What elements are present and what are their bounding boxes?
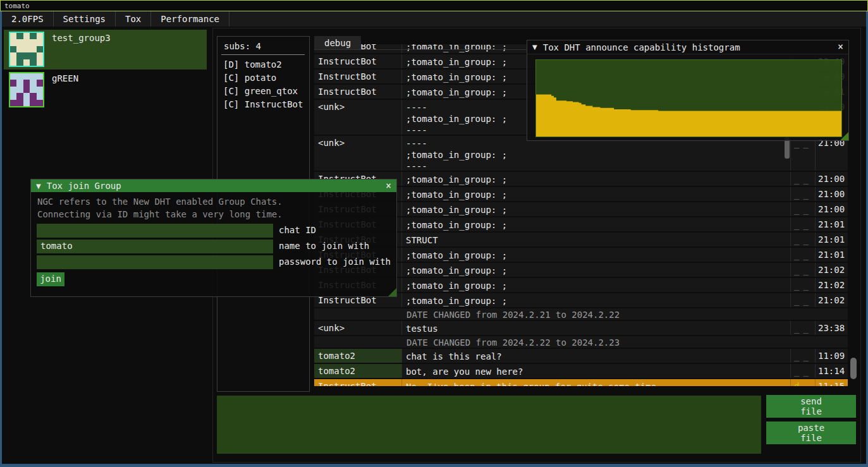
message-row[interactable]: <unk>----;tomato_in_group: ;----__21:00 — [314, 136, 848, 172]
send-file-button[interactable]: send file — [766, 395, 856, 418]
join-group-title: Tox join Group — [47, 181, 121, 191]
join-field-label: name to join with — [279, 241, 369, 251]
message-time: 21:00 — [816, 202, 847, 216]
message-row[interactable]: InstructBotNo, I've been in this group f… — [314, 379, 848, 386]
delivery-mark: _ — [794, 189, 799, 199]
avatar-pixel — [37, 46, 43, 52]
message-line: testus — [406, 323, 790, 334]
delivery-mark: _ — [803, 174, 808, 184]
histogram-area — [536, 60, 841, 136]
message-sender: InstructBot — [314, 54, 402, 68]
join-input-name-to-join-with[interactable]: tomato — [37, 240, 273, 253]
avatar-pixel — [16, 52, 23, 59]
close-icon[interactable]: × — [838, 42, 843, 52]
dht-histogram-titlebar[interactable]: ▼ Tox DHT announce capability histogram … — [527, 40, 848, 54]
message-input[interactable] — [217, 396, 761, 454]
tab-debug-label: debug — [324, 38, 351, 48]
delivery-mark: _ — [803, 189, 808, 199]
message-text: No, I've been in this group for quite so… — [402, 379, 791, 386]
delivery-mark: d — [794, 381, 799, 386]
message-text: testus — [402, 321, 791, 335]
avatar-pixel — [10, 46, 16, 52]
avatar-pixel — [16, 100, 23, 106]
message-line: ;tomato_in_group: ; — [406, 250, 790, 261]
message-time: 21:02 — [816, 263, 847, 277]
avatar-pixel — [37, 100, 43, 106]
avatar-pixel — [37, 59, 43, 66]
message-sender: <unk> — [314, 321, 402, 335]
avatar-pixel — [23, 59, 30, 66]
join-group-titlebar[interactable]: ▼ Tox join Group × — [31, 179, 396, 192]
delivery-indicators: __ — [791, 364, 816, 378]
app-window: tomato 2.0FPSSettingsToxPerformance test… — [0, 0, 868, 467]
message-text: ;tomato_in_group: ; — [402, 172, 791, 186]
chat-scrollbar[interactable] — [850, 358, 857, 379]
close-icon[interactable]: × — [386, 181, 391, 191]
tab-debug[interactable]: debug — [314, 36, 361, 50]
message-text: ;tomato_in_group: ; — [402, 248, 791, 262]
group-avatar — [9, 72, 44, 107]
join-button[interactable]: join — [37, 272, 64, 286]
message-text: ;tomato_in_group: ; — [402, 278, 791, 292]
resize-grip-icon[interactable] — [388, 288, 396, 296]
message-text: ;tomato_in_group: ; — [402, 217, 791, 231]
avatar-pixel — [30, 93, 36, 99]
avatar-pixel — [10, 73, 16, 80]
group-avatar — [9, 32, 44, 67]
join-input-chat-ID[interactable] — [37, 224, 273, 238]
collapse-icon[interactable]: ▼ — [532, 44, 537, 51]
message-line: ;tomato_in_group: ; — [406, 189, 790, 200]
avatar-pixel — [37, 87, 43, 93]
delivery-mark: _ — [794, 366, 799, 376]
delivery-indicators: __ — [791, 321, 816, 335]
delivery-mark: _ — [803, 219, 808, 229]
message-row[interactable]: tomato2chat is this real?__11:09 — [314, 349, 848, 364]
message-row[interactable]: tomato2bot, are you new here?__11:14 — [314, 364, 848, 379]
delivery-indicators: __ — [791, 202, 816, 216]
delivery-mark: _ — [794, 265, 799, 275]
message-line: ;tomato_in_group: ; — [406, 265, 790, 276]
message-time: 21:02 — [816, 278, 847, 292]
join-field-label: chat ID — [279, 225, 316, 235]
resize-grip-icon[interactable] — [840, 132, 848, 140]
delivery-mark: _ — [794, 219, 799, 229]
delivery-indicators: __ — [791, 248, 816, 262]
avatar-pixel — [10, 87, 16, 93]
message-time: 21:01 — [816, 233, 847, 246]
delivery-mark: _ — [803, 204, 808, 214]
delivery-indicators: __ — [791, 293, 816, 307]
group-item-gREEN[interactable]: gREEN — [4, 70, 207, 110]
avatar-pixel — [37, 93, 43, 99]
message-row[interactable]: <unk>testus__23:38 — [314, 321, 848, 336]
message-text: bot, are you new here? — [402, 364, 791, 378]
message-text: ;tomato_in_group: ; — [402, 293, 791, 307]
message-text: ----;tomato_in_group: ;---- — [402, 136, 791, 171]
dht-histogram-plot — [535, 59, 842, 137]
collapse-icon[interactable]: ▼ — [36, 183, 41, 190]
avatar-pixel — [37, 39, 43, 45]
avatar-pixel — [16, 73, 23, 80]
delivery-mark: _ — [803, 280, 808, 290]
paste-file-button[interactable]: paste file — [766, 422, 856, 444]
message-line: ;tomato_in_group: ; — [406, 295, 790, 306]
delivery-mark: _ — [794, 323, 799, 333]
delivery-mark: _ — [794, 204, 799, 214]
message-sender: InstructBot — [314, 70, 402, 83]
message-time: 23:38 — [816, 321, 847, 335]
join-field-row: chat ID — [37, 224, 394, 238]
avatar-pixel — [10, 33, 16, 39]
avatar-pixel — [10, 52, 16, 59]
delivery-mark: _ — [803, 265, 808, 275]
avatar-pixel — [30, 39, 36, 45]
window-border-left — [0, 11, 2, 467]
avatar-pixel — [23, 39, 30, 45]
join-field-row: tomatoname to join with — [37, 240, 394, 253]
join-input-password-to-join-with[interactable] — [37, 255, 273, 269]
delivery-indicators: __ — [791, 263, 816, 277]
message-line: ;tomato_in_group: ; — [406, 149, 790, 161]
date-changed-text: DATE CHANGED from 2024.2.22 to 2024.2.23 — [314, 336, 620, 348]
delivery-indicators: d_ — [791, 379, 816, 386]
delivery-mark: _ — [803, 295, 808, 305]
group-item-test_group3[interactable]: test_group3 — [4, 30, 207, 70]
delivery-indicators: __ — [791, 187, 816, 201]
